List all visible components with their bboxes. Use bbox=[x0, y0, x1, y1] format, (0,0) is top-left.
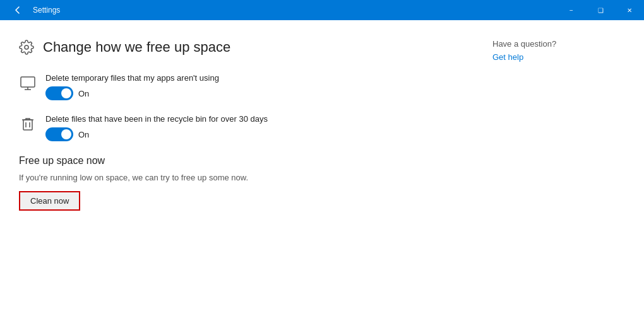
toggle-temp-files[interactable] bbox=[45, 86, 73, 100]
toggle-row-recycle-bin: On bbox=[45, 127, 619, 141]
setting-row-recycle-bin: Delete files that have been in the recyc… bbox=[19, 114, 619, 141]
trash-icon bbox=[19, 115, 37, 133]
titlebar-controls: − ❑ ✕ bbox=[557, 0, 644, 20]
titlebar: Settings − ❑ ✕ bbox=[0, 0, 644, 20]
titlebar-left: Settings bbox=[8, 0, 60, 20]
content-area: Change how we free up space Delete tempo… bbox=[0, 20, 644, 333]
free-up-description: If you're running low on space, we can t… bbox=[19, 173, 619, 182]
setting-row-temp-files: Delete temporary files that my apps aren… bbox=[19, 73, 619, 100]
setting-content-recycle-bin: Delete files that have been in the recyc… bbox=[45, 114, 619, 141]
toggle-row-temp-files: On bbox=[45, 86, 619, 100]
help-sidebar: Have a question? Get help bbox=[492, 39, 619, 62]
close-button[interactable]: ✕ bbox=[615, 0, 644, 20]
svg-rect-1 bbox=[21, 77, 35, 87]
clean-now-button[interactable]: Clean now bbox=[19, 191, 80, 211]
main-panel: Change how we free up space Delete tempo… bbox=[0, 20, 644, 333]
toggle-recycle-bin[interactable] bbox=[45, 127, 73, 141]
page-title: Change how we free up space bbox=[43, 39, 230, 56]
toggle-state-recycle-bin: On bbox=[78, 130, 89, 139]
gear-icon bbox=[19, 40, 34, 55]
toggle-state-temp-files: On bbox=[78, 89, 89, 98]
setting-label-temp-files: Delete temporary files that my apps aren… bbox=[45, 73, 619, 83]
setting-label-recycle-bin: Delete files that have been in the recyc… bbox=[45, 114, 619, 124]
free-up-title: Free up space now bbox=[19, 155, 619, 166]
back-button[interactable] bbox=[8, 0, 28, 20]
titlebar-title: Settings bbox=[33, 6, 60, 15]
maximize-button[interactable]: ❑ bbox=[586, 0, 615, 20]
free-up-section: Free up space now If you're running low … bbox=[19, 155, 619, 211]
get-help-link[interactable]: Get help bbox=[492, 52, 523, 62]
help-question: Have a question? bbox=[492, 39, 619, 49]
minimize-button[interactable]: − bbox=[557, 0, 586, 20]
svg-rect-4 bbox=[23, 120, 32, 130]
svg-point-0 bbox=[25, 45, 28, 49]
setting-content-temp-files: Delete temporary files that my apps aren… bbox=[45, 73, 619, 100]
monitor-icon bbox=[19, 74, 37, 92]
